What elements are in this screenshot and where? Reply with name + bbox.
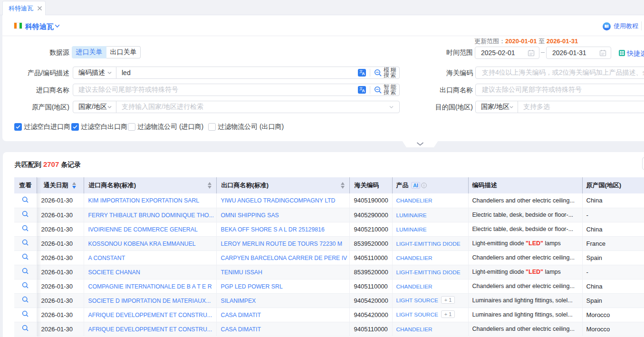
svg-text:A: A: [362, 71, 365, 76]
svg-text:A: A: [362, 88, 365, 93]
